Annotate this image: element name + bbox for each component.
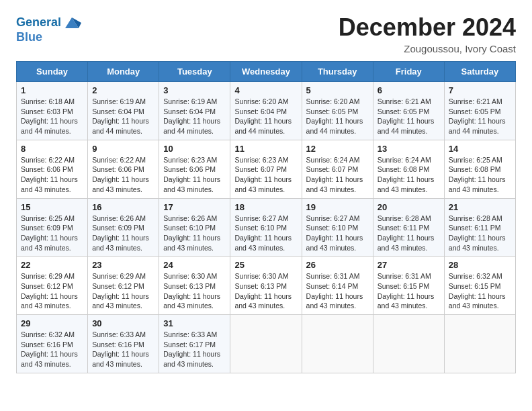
calendar-cell: 1 Sunrise: 6:18 AMSunset: 6:03 PMDayligh… <box>17 82 88 140</box>
calendar-cell: 4 Sunrise: 6:20 AMSunset: 6:04 PMDayligh… <box>230 82 302 140</box>
calendar-cell <box>444 315 515 373</box>
day-info: Sunrise: 6:27 AMSunset: 6:10 PMDaylight:… <box>234 214 292 252</box>
calendar-cell: 30 Sunrise: 6:33 AMSunset: 6:16 PMDaylig… <box>88 315 159 373</box>
calendar-cell: 22 Sunrise: 6:29 AMSunset: 6:12 PMDaylig… <box>17 257 88 315</box>
calendar-cell: 13 Sunrise: 6:24 AMSunset: 6:08 PMDaylig… <box>373 140 444 198</box>
calendar-table: SundayMondayTuesdayWednesdayThursdayFrid… <box>16 61 516 373</box>
page-header: General Blue December 2024 Zougoussou, I… <box>16 13 516 54</box>
day-number: 24 <box>163 260 226 270</box>
day-info: Sunrise: 6:28 AMSunset: 6:11 PMDaylight:… <box>378 214 435 252</box>
calendar-cell: 11 Sunrise: 6:23 AMSunset: 6:07 PMDaylig… <box>230 140 302 198</box>
calendar-cell: 28 Sunrise: 6:32 AMSunset: 6:15 PMDaylig… <box>444 257 515 315</box>
day-number: 8 <box>21 144 83 154</box>
day-info: Sunrise: 6:25 AMSunset: 6:08 PMDaylight:… <box>449 156 506 193</box>
day-info: Sunrise: 6:31 AMSunset: 6:14 PMDaylight:… <box>306 272 363 310</box>
logo-icon <box>62 13 81 32</box>
calendar-cell: 29 Sunrise: 6:32 AMSunset: 6:16 PMDaylig… <box>17 315 88 373</box>
day-info: Sunrise: 6:20 AMSunset: 6:05 PMDaylight:… <box>306 97 363 135</box>
day-number: 4 <box>234 85 297 95</box>
day-number: 31 <box>163 318 226 328</box>
day-info: Sunrise: 6:19 AMSunset: 6:04 PMDaylight:… <box>163 97 220 135</box>
calendar-cell: 6 Sunrise: 6:21 AMSunset: 6:05 PMDayligh… <box>373 82 444 140</box>
day-number: 7 <box>449 85 511 95</box>
day-info: Sunrise: 6:18 AMSunset: 6:03 PMDaylight:… <box>21 97 78 135</box>
calendar-cell: 14 Sunrise: 6:25 AMSunset: 6:08 PMDaylig… <box>444 140 515 198</box>
calendar-cell: 31 Sunrise: 6:33 AMSunset: 6:17 PMDaylig… <box>159 315 230 373</box>
calendar-cell: 26 Sunrise: 6:31 AMSunset: 6:14 PMDaylig… <box>302 257 373 315</box>
day-number: 14 <box>449 144 511 154</box>
day-number: 27 <box>378 260 440 270</box>
calendar-cell <box>230 315 302 373</box>
day-number: 2 <box>92 85 154 95</box>
calendar-cell: 10 Sunrise: 6:23 AMSunset: 6:06 PMDaylig… <box>159 140 230 198</box>
day-number: 18 <box>234 202 297 212</box>
day-number: 19 <box>306 202 369 212</box>
day-number: 6 <box>378 85 440 95</box>
day-info: Sunrise: 6:19 AMSunset: 6:04 PMDaylight:… <box>92 97 149 135</box>
day-info: Sunrise: 6:29 AMSunset: 6:12 PMDaylight:… <box>21 272 78 310</box>
day-info: Sunrise: 6:32 AMSunset: 6:16 PMDaylight:… <box>21 330 78 368</box>
calendar-cell: 20 Sunrise: 6:28 AMSunset: 6:11 PMDaylig… <box>373 198 444 257</box>
day-number: 28 <box>449 260 511 270</box>
weekday-header-friday: Friday <box>373 62 444 82</box>
calendar-cell: 17 Sunrise: 6:26 AMSunset: 6:10 PMDaylig… <box>159 198 230 257</box>
day-number: 3 <box>163 85 226 95</box>
day-info: Sunrise: 6:29 AMSunset: 6:12 PMDaylight:… <box>92 272 149 310</box>
day-number: 5 <box>306 85 369 95</box>
calendar-cell: 21 Sunrise: 6:28 AMSunset: 6:11 PMDaylig… <box>444 198 515 257</box>
calendar-cell: 7 Sunrise: 6:21 AMSunset: 6:05 PMDayligh… <box>444 82 515 140</box>
day-info: Sunrise: 6:25 AMSunset: 6:09 PMDaylight:… <box>21 214 78 252</box>
day-info: Sunrise: 6:28 AMSunset: 6:11 PMDaylight:… <box>449 214 506 252</box>
day-number: 11 <box>234 144 297 154</box>
day-info: Sunrise: 6:27 AMSunset: 6:10 PMDaylight:… <box>306 214 363 252</box>
title-block: December 2024 Zougoussou, Ivory Coast <box>339 13 516 54</box>
day-info: Sunrise: 6:33 AMSunset: 6:17 PMDaylight:… <box>163 330 220 368</box>
day-number: 20 <box>378 202 440 212</box>
day-info: Sunrise: 6:22 AMSunset: 6:06 PMDaylight:… <box>92 156 149 193</box>
day-info: Sunrise: 6:22 AMSunset: 6:06 PMDaylight:… <box>21 156 78 193</box>
calendar-cell: 27 Sunrise: 6:31 AMSunset: 6:15 PMDaylig… <box>373 257 444 315</box>
day-info: Sunrise: 6:26 AMSunset: 6:10 PMDaylight:… <box>163 214 220 252</box>
logo-text: General <box>16 16 61 30</box>
weekday-header-wednesday: Wednesday <box>230 62 302 82</box>
weekday-header-monday: Monday <box>88 62 159 82</box>
day-number: 10 <box>163 144 226 154</box>
calendar-cell: 9 Sunrise: 6:22 AMSunset: 6:06 PMDayligh… <box>88 140 159 198</box>
logo-text-blue: Blue <box>16 31 42 44</box>
day-info: Sunrise: 6:24 AMSunset: 6:07 PMDaylight:… <box>306 156 363 193</box>
day-number: 16 <box>92 202 154 212</box>
logo: General Blue <box>16 13 81 44</box>
day-info: Sunrise: 6:30 AMSunset: 6:13 PMDaylight:… <box>234 272 292 310</box>
day-info: Sunrise: 6:26 AMSunset: 6:09 PMDaylight:… <box>92 214 149 252</box>
day-number: 25 <box>234 260 297 270</box>
day-info: Sunrise: 6:21 AMSunset: 6:05 PMDaylight:… <box>378 97 435 135</box>
calendar-cell: 3 Sunrise: 6:19 AMSunset: 6:04 PMDayligh… <box>159 82 230 140</box>
day-info: Sunrise: 6:32 AMSunset: 6:15 PMDaylight:… <box>449 272 506 310</box>
day-number: 15 <box>21 202 83 212</box>
day-info: Sunrise: 6:23 AMSunset: 6:07 PMDaylight:… <box>234 156 292 193</box>
day-info: Sunrise: 6:24 AMSunset: 6:08 PMDaylight:… <box>378 156 435 193</box>
day-info: Sunrise: 6:21 AMSunset: 6:05 PMDaylight:… <box>449 97 506 135</box>
calendar-cell <box>302 315 373 373</box>
weekday-header-thursday: Thursday <box>302 62 373 82</box>
weekday-header-tuesday: Tuesday <box>159 62 230 82</box>
calendar-cell: 19 Sunrise: 6:27 AMSunset: 6:10 PMDaylig… <box>302 198 373 257</box>
day-number: 9 <box>92 144 154 154</box>
month-title: December 2024 <box>339 13 516 42</box>
day-info: Sunrise: 6:31 AMSunset: 6:15 PMDaylight:… <box>378 272 435 310</box>
day-number: 13 <box>378 144 440 154</box>
calendar-cell: 23 Sunrise: 6:29 AMSunset: 6:12 PMDaylig… <box>88 257 159 315</box>
calendar-cell: 8 Sunrise: 6:22 AMSunset: 6:06 PMDayligh… <box>17 140 88 198</box>
calendar-cell: 16 Sunrise: 6:26 AMSunset: 6:09 PMDaylig… <box>88 198 159 257</box>
day-info: Sunrise: 6:30 AMSunset: 6:13 PMDaylight:… <box>163 272 220 310</box>
day-number: 29 <box>21 318 83 328</box>
calendar-cell: 2 Sunrise: 6:19 AMSunset: 6:04 PMDayligh… <box>88 82 159 140</box>
day-number: 1 <box>21 85 83 95</box>
calendar-cell: 15 Sunrise: 6:25 AMSunset: 6:09 PMDaylig… <box>17 198 88 257</box>
day-info: Sunrise: 6:20 AMSunset: 6:04 PMDaylight:… <box>234 97 292 135</box>
day-info: Sunrise: 6:33 AMSunset: 6:16 PMDaylight:… <box>92 330 149 368</box>
day-number: 12 <box>306 144 369 154</box>
day-number: 23 <box>92 260 154 270</box>
location: Zougoussou, Ivory Coast <box>339 43 516 54</box>
calendar-cell: 25 Sunrise: 6:30 AMSunset: 6:13 PMDaylig… <box>230 257 302 315</box>
